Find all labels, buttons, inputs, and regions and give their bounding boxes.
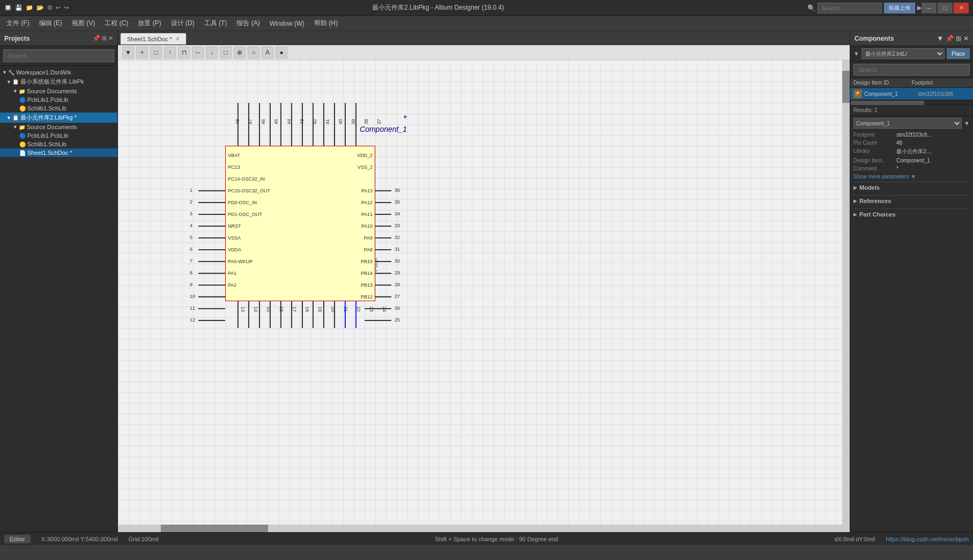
tool-add-btn[interactable]: + — [136, 47, 148, 58]
panel-float-icon[interactable]: ⊞ — [102, 35, 107, 42]
titlebar-search-input[interactable] — [818, 3, 882, 13]
tool-filter-btn[interactable]: ▼ — [122, 47, 134, 58]
source-docs-1-item[interactable]: ▼ 📁 Source Documents — [0, 87, 117, 95]
pin-num-5: 5 — [190, 235, 192, 240]
tool-text-btn[interactable]: A — [262, 47, 273, 58]
comp-list-scroll-thumb[interactable] — [851, 101, 924, 105]
tool-circle-btn[interactable]: ○ — [248, 47, 259, 58]
project2-item[interactable]: ▼ 📋 最小元件库2.LibPkg * — [0, 113, 117, 123]
comp-pin-icon[interactable]: 📌 — [946, 35, 954, 42]
pcblib2-item[interactable]: 🔵 PcbLib1.PcbLib — [0, 131, 117, 140]
wire-right-25 — [365, 320, 391, 321]
close-button[interactable]: ✕ — [954, 3, 969, 13]
project1-item[interactable]: ▼ 📋 最小系统板元件库.LibPk — [0, 77, 117, 87]
top-num-42: 42 — [312, 119, 323, 124]
horizontal-scrollbar[interactable] — [118, 525, 850, 532]
menu-tools[interactable]: 工具 (T) — [200, 17, 232, 29]
tool-horiz-btn[interactable]: ↔ — [192, 47, 204, 58]
top-num-45: 45 — [273, 119, 284, 124]
tool-rect-btn[interactable]: □ — [150, 47, 162, 58]
comp-close-icon[interactable]: ✕ — [963, 35, 969, 42]
pin-label-pa12: PA12 — [361, 200, 373, 205]
horizontal-scroll-thumb[interactable] — [161, 525, 268, 532]
detail-expand-icon[interactable]: ▼ — [964, 120, 970, 126]
menu-window[interactable]: Window (W) — [265, 18, 309, 29]
tab-label: Sheet1.SchDoc * — [127, 36, 172, 42]
delta-section: dX:0mil dY:0mil — [834, 536, 875, 542]
delta-text: dX:0mil dY:0mil — [834, 536, 875, 542]
grid-section: Grid:100mil — [129, 536, 159, 542]
pin-num-4: 4 — [190, 223, 192, 228]
sheet1-item[interactable]: 📄 Sheet1.SchDoc * — [0, 148, 117, 157]
models-section-toggle[interactable]: ▶ Models — [853, 182, 970, 193]
references-section-toggle[interactable]: ▶ References — [853, 195, 970, 206]
component-table-header: Design Item ID Footprint — [850, 78, 973, 88]
project2-label: 最小元件库2.LibPkg * — [20, 114, 77, 122]
lib-dropdown[interactable]: 最小元件库2.IntLi — [861, 48, 945, 59]
menu-edit[interactable]: 编辑 (E) — [35, 17, 66, 29]
models-arrow-icon: ▶ — [853, 185, 857, 190]
panel-close-icon[interactable]: ✕ — [108, 35, 113, 42]
workspace-icon: 🔧 — [8, 70, 14, 76]
schlib2-item[interactable]: 🟡 Schlib1.SchLib — [0, 140, 117, 148]
minimize-button[interactable]: ─ — [922, 3, 937, 13]
app-icon-3: 📁 — [26, 4, 33, 11]
menu-help[interactable]: 帮助 (H) — [310, 17, 342, 29]
left-panel: Projects 📌 ⊞ ✕ ▼ 🔧 Workspace1.DsnWrk ▼ 📋… — [0, 31, 118, 532]
vertical-scroll-thumb[interactable] — [842, 71, 850, 103]
maximize-button[interactable]: □ — [938, 3, 953, 13]
schlib1-icon: 🟡 — [19, 106, 26, 111]
schematic-tab[interactable]: Sheet1.SchDoc * ✕ — [120, 33, 187, 44]
comp-list-scrollbar[interactable] — [850, 100, 973, 105]
references-section-label: References — [859, 198, 891, 204]
comp-float-icon[interactable]: ⊞ — [956, 35, 961, 42]
show-more-link[interactable]: Show more parameters ▼ — [853, 174, 970, 180]
tool-bracket-btn[interactable]: ⊓ — [178, 47, 190, 58]
menu-place[interactable]: 放置 (P) — [133, 17, 165, 29]
part-choices-section-toggle[interactable]: ▶ Part Choices — [853, 208, 970, 220]
editor-tab[interactable]: Editor — [4, 535, 31, 543]
menu-view[interactable]: 视图 (V) — [68, 17, 99, 29]
workspace-arrow-icon: ▼ — [2, 70, 7, 75]
panel-pin-icon[interactable]: 📌 — [93, 35, 100, 42]
detail-component-dropdown[interactable]: Component_1 — [853, 118, 962, 129]
pcblib1-item[interactable]: 🔵 PcbLib1.PcbLib — [0, 95, 117, 104]
tool-box-btn[interactable]: □ — [220, 47, 232, 58]
pin-num-12: 12 — [190, 317, 195, 323]
schematic-canvas[interactable]: * Component_1 VBAT PC13 PC14-OSC32_IN PC… — [118, 60, 842, 525]
wire-top-48 — [237, 103, 239, 146]
center-area: Sheet1.SchDoc * ✕ ▼ + □ ↑ ⊓ ↔ ↓ □ ⊕ ○ A … — [118, 31, 850, 532]
tool-cross-btn[interactable]: ⊕ — [234, 47, 246, 58]
project-search-input[interactable] — [3, 49, 114, 62]
place-button[interactable]: Place — [947, 48, 970, 59]
comp-filter-icon[interactable]: ▼ — [937, 34, 944, 42]
menu-design[interactable]: 设计 (D) — [167, 17, 199, 29]
right-search-input[interactable] — [853, 64, 970, 76]
menu-report[interactable]: 报告 (A) — [232, 17, 264, 29]
project2-icon: 📋 — [12, 115, 19, 121]
upload-button[interactable]: 拓接上传 — [884, 3, 915, 13]
wire-left-12 — [198, 320, 225, 321]
hint-section: Shift + Space to change mode : 90 Degree… — [169, 536, 824, 542]
comp-row-icon: 📦 — [853, 89, 862, 98]
workspace-item[interactable]: ▼ 🔧 Workspace1.DsnWrk — [0, 68, 117, 77]
menu-project[interactable]: 工程 (C) — [100, 17, 132, 29]
projects-title: Projects — [4, 35, 29, 42]
pin-label-pb12: PB12 — [361, 294, 373, 300]
detail-footprint-value: stm32f103c8... — [896, 132, 970, 138]
coordinates-text: X:3000.000mil Y:5400.000mil — [41, 536, 118, 542]
pin-label-vbat: VBAT — [228, 153, 240, 158]
vertical-scrollbar[interactable] — [842, 60, 850, 525]
tool-up-btn[interactable]: ↑ — [164, 47, 176, 58]
menu-file[interactable]: 文件 (F) — [2, 17, 34, 29]
schlib1-item[interactable]: 🟡 Schlib1.SchLib — [0, 104, 117, 113]
part-choices-arrow-icon: ▶ — [853, 212, 857, 217]
source-docs-2-item[interactable]: ▼ 📁 Source Documents — [0, 123, 117, 131]
title-bar: 🔲 💾 📁 📂 ⚙ ↩ ↪ 最小元件库2.LibPkg - Altium Des… — [0, 0, 973, 16]
tool-dot-btn[interactable]: ● — [276, 47, 287, 58]
results-label: Results: 1 — [850, 105, 973, 116]
source-docs-2-arrow-icon: ▼ — [13, 124, 18, 130]
tool-down-btn[interactable]: ↓ — [206, 47, 218, 58]
tab-close-icon[interactable]: ✕ — [175, 36, 180, 42]
comp-row-component1[interactable]: 📦 Component_1 stm32f103c8t6 — [850, 88, 973, 100]
